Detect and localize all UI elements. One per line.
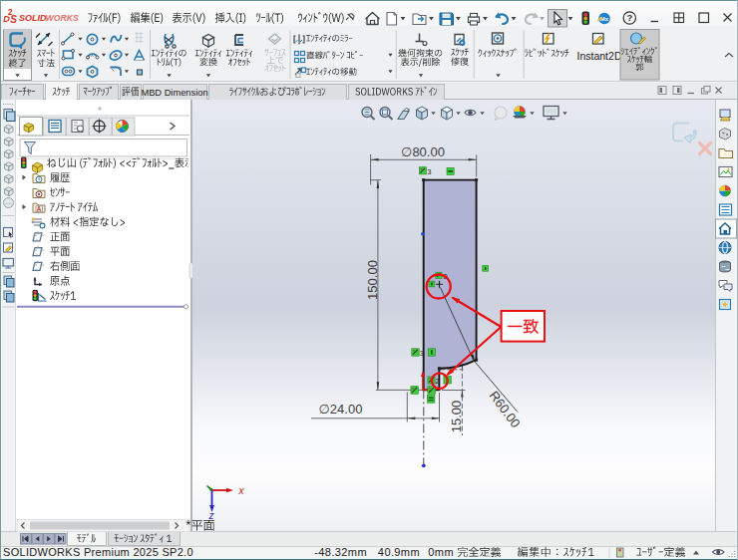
svg-text:SOLID: SOLID (19, 13, 47, 23)
svg-text:Mx: Mx (600, 16, 609, 22)
svg-text:SOLIDWORKS Premium 2025 SP2.0: SOLIDWORKS Premium 2025 SP2.0 (3, 546, 193, 558)
svg-text:S: S (10, 14, 17, 25)
svg-text:x: x (238, 485, 245, 496)
svg-text:40.9mm: 40.9mm (378, 546, 420, 558)
svg-text:z: z (208, 510, 214, 521)
svg-text:D: D (3, 14, 10, 24)
svg-text:WORKS: WORKS (46, 13, 80, 23)
svg-text:R60.00: R60.00 (486, 389, 523, 431)
svg-text:?: ? (626, 12, 632, 23)
svg-text:15.00: 15.00 (449, 401, 464, 433)
svg-text:MBD Dimension: MBD Dimension (141, 88, 207, 98)
svg-text:∅80.00: ∅80.00 (401, 144, 445, 159)
svg-text:150.00: 150.00 (365, 260, 380, 300)
svg-text:3: 3 (420, 349, 424, 358)
svg-text:∅24.00: ∅24.00 (319, 402, 363, 417)
svg-text:-48.32mm: -48.32mm (314, 546, 367, 558)
svg-text:A: A (37, 205, 42, 212)
svg-text:Instant2D: Instant2D (577, 50, 622, 62)
svg-text:0mm: 0mm (428, 546, 454, 558)
svg-text:2: 2 (435, 377, 439, 386)
svg-text:3: 3 (427, 167, 431, 176)
